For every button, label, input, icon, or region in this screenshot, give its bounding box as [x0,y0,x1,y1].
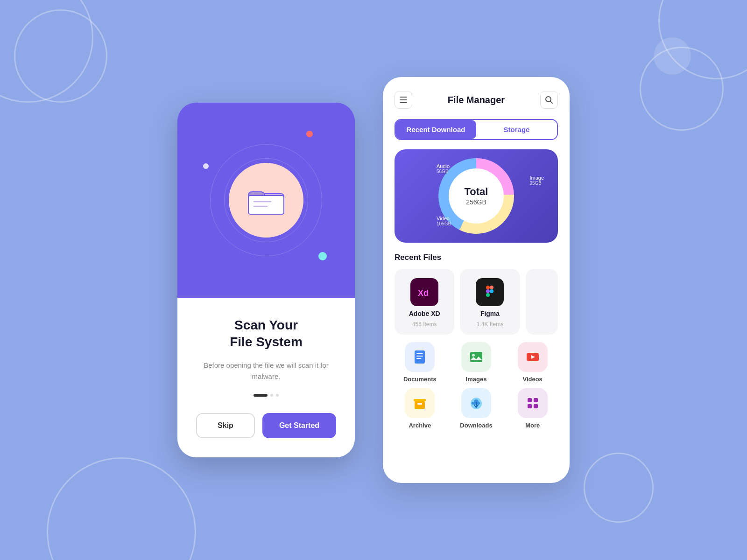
chart-center: Total 256GB [465,186,488,206]
svg-rect-20 [416,358,421,359]
downloads-label: Downloads [460,422,492,429]
images-icon [468,349,484,365]
category-archive[interactable]: Archive [395,388,445,429]
svg-rect-29 [528,398,532,402]
adobe-xd-icon: Xd [410,278,438,306]
onboarding-description: Before opening the file we will scan it … [196,360,336,382]
video-label: Video 105GB [437,216,451,226]
progress-indicator [254,394,279,397]
image-label: Image 95GB [529,175,544,186]
archive-label: Archive [409,422,431,429]
downloads-icon-box [461,388,491,418]
documents-icon [412,349,428,365]
svg-rect-13 [490,286,493,289]
audio-label: Audio 56GB [437,163,450,174]
action-buttons: Skip Get Started [196,413,336,438]
page-title: File Manager [448,95,505,105]
folder-illustration [229,163,303,238]
more-icon [525,395,541,411]
hamburger-line-1 [400,97,407,98]
svg-rect-19 [416,356,423,357]
svg-rect-32 [534,404,538,408]
documents-label: Documents [403,376,437,383]
svg-rect-31 [528,404,532,408]
hamburger-line-3 [400,102,407,103]
recent-files-list: Xd Adobe XD 455 Items Fi [395,269,558,335]
svg-rect-18 [416,353,423,354]
images-icon-box [461,342,491,372]
category-downloads[interactable]: Downloads [451,388,502,429]
onboarding-card: Scan YourFile System Before opening the … [177,103,355,457]
progress-dot-active [254,394,268,397]
recent-file-figma[interactable]: Figma 1.4K Items [460,269,520,335]
card-illustration [177,103,355,298]
app-container: Scan YourFile System Before opening the … [177,77,570,483]
dot-red [306,131,313,137]
file-manager-header: File Manager [395,91,558,109]
hamburger-line-2 [400,99,407,100]
category-grid: Documents Images [395,342,558,429]
svg-rect-30 [534,398,538,402]
figma-name: Figma [480,310,500,317]
svg-rect-17 [415,350,425,364]
storage-chart: Audio 56GB Image 95GB Video 105GB [395,149,558,243]
videos-icon-box [518,342,548,372]
archive-icon-box [405,388,435,418]
videos-label: Videos [522,376,542,383]
svg-rect-26 [415,401,425,409]
svg-point-22 [472,354,475,357]
tab-recent-download[interactable]: Recent Download [395,120,476,139]
dot-white [203,163,209,169]
documents-icon-box [405,342,435,372]
onboarding-title: Scan YourFile System [230,317,303,351]
svg-rect-27 [417,403,422,405]
folder-icon [247,185,285,216]
progress-dot-2 [276,394,279,397]
svg-rect-25 [414,399,426,401]
file-manager-card: File Manager Recent Download Storage Aud… [383,77,570,483]
card-content: Scan YourFile System Before opening the … [177,298,355,457]
images-label: Images [466,376,487,383]
search-button[interactable] [540,91,558,109]
adobe-xd-count: 455 Items [412,321,437,328]
svg-line-5 [550,101,552,104]
archive-icon [412,395,428,411]
search-icon [545,96,553,104]
dot-cyan [318,252,327,260]
more-label: More [525,422,540,429]
skip-button[interactable]: Skip [196,413,255,438]
svg-rect-14 [486,289,490,293]
svg-text:Xd: Xd [418,288,429,298]
recent-files-title: Recent Files [395,253,558,262]
tab-storage[interactable]: Storage [476,120,557,139]
svg-rect-1 [248,196,284,214]
adobe-xd-name: Adobe XD [409,310,440,317]
category-videos[interactable]: Videos [507,342,558,383]
recent-file-extra[interactable] [526,269,558,335]
recent-file-adobe-xd[interactable]: Xd Adobe XD 455 Items [395,269,454,335]
svg-rect-15 [490,289,493,293]
menu-button[interactable] [395,91,412,109]
figma-count: 1.4K Items [477,321,503,328]
downloads-icon [468,395,484,411]
category-more[interactable]: More [507,388,558,429]
tabs: Recent Download Storage [395,119,558,140]
videos-icon [525,349,541,365]
figma-icon [476,278,504,306]
category-images[interactable]: Images [451,342,502,383]
svg-rect-21 [470,352,482,362]
get-started-button[interactable]: Get Started [262,413,336,438]
progress-dot-1 [270,394,273,397]
svg-rect-12 [486,286,490,289]
category-documents[interactable]: Documents [395,342,445,383]
svg-rect-16 [486,293,490,297]
more-icon-box [518,388,548,418]
